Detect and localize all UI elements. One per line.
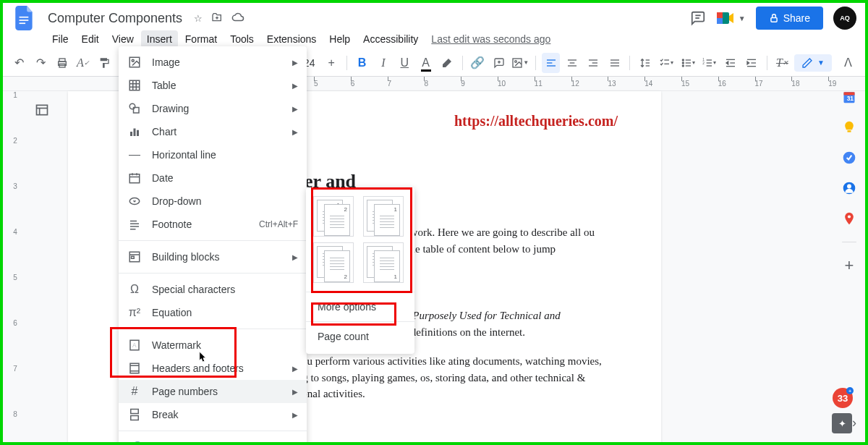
omega-icon: Ω: [127, 282, 142, 297]
insert-break[interactable]: Break▶: [119, 403, 307, 426]
svg-point-60: [129, 103, 135, 109]
svg-rect-8: [771, 17, 777, 22]
date-icon: [127, 171, 142, 185]
blocks-icon: [127, 250, 142, 264]
move-icon[interactable]: [211, 12, 223, 25]
line-spacing-button[interactable]: [636, 53, 654, 73]
page-number-preset-top-right[interactable]: 1 2: [313, 196, 354, 237]
add-comment-button[interactable]: [490, 53, 508, 73]
collapse-toolbar-button[interactable]: ᐱ: [838, 53, 858, 73]
page-number-preset-bottom-right-skip-first[interactable]: 1: [363, 242, 404, 283]
insert-chart[interactable]: Chart▶: [119, 120, 307, 143]
print-button[interactable]: [53, 53, 71, 73]
svg-point-15: [515, 60, 517, 62]
insert-watermark[interactable]: AWatermark: [119, 334, 307, 357]
insert-date[interactable]: Date: [119, 166, 307, 190]
svg-point-33: [682, 59, 684, 61]
contacts-icon[interactable]: [842, 181, 856, 195]
highlight-button[interactable]: [438, 53, 456, 73]
svg-rect-50: [37, 105, 48, 114]
undo-button[interactable]: ↶: [10, 53, 28, 73]
numbered-list-button[interactable]: 12▾: [700, 53, 718, 73]
text-color-button[interactable]: A: [417, 53, 435, 73]
submenu-arrow-icon: ▶: [292, 253, 298, 261]
insert-footnote[interactable]: FootnoteCtrl+Alt+F: [119, 213, 307, 236]
last-edit-link[interactable]: Last edit was seconds ago: [431, 33, 550, 45]
menu-accessibility[interactable]: Accessibility: [357, 30, 424, 48]
submenu-arrow-icon: ▶: [292, 105, 298, 113]
menu-insert[interactable]: Insert: [141, 30, 178, 48]
more-options-item[interactable]: More options: [306, 295, 414, 318]
insert-equation[interactable]: π²Equation: [119, 301, 307, 324]
svg-rect-87: [848, 130, 851, 132]
cloud-status-icon[interactable]: [231, 11, 244, 26]
hf-icon: [127, 361, 142, 376]
star-icon[interactable]: ☆: [194, 13, 203, 24]
insert-headers-and-footers[interactable]: Headers and footers▶: [119, 357, 307, 380]
increase-indent-button[interactable]: [742, 53, 760, 73]
menu-view[interactable]: View: [106, 30, 140, 48]
insert-building-blocks[interactable]: Building blocks▶: [119, 245, 307, 268]
font-size-increase[interactable]: +: [322, 53, 340, 73]
keep-icon[interactable]: [842, 120, 856, 135]
page-number-preset-top-right-skip-first[interactable]: 1: [363, 196, 404, 237]
insert-link[interactable]: 🔗LinkCtrl+K: [119, 436, 307, 445]
meet-button[interactable]: ▼: [717, 11, 746, 25]
svg-rect-1: [20, 20, 29, 21]
align-left-button[interactable]: [542, 53, 560, 73]
page-number-preset-bottom-right[interactable]: 1 2: [313, 242, 354, 283]
maps-icon[interactable]: [842, 211, 856, 226]
insert-image-button[interactable]: ▼: [511, 53, 529, 73]
insert-table[interactable]: Table▶: [119, 74, 307, 97]
italic-button[interactable]: I: [374, 53, 392, 73]
bold-button[interactable]: B: [353, 53, 371, 73]
underline-button[interactable]: U: [396, 53, 414, 73]
submenu-arrow-icon: ▶: [292, 128, 298, 136]
align-right-button[interactable]: [584, 53, 603, 73]
addons-plus-icon[interactable]: +: [842, 258, 856, 273]
paint-format-button[interactable]: [95, 53, 114, 73]
docs-logo[interactable]: [12, 5, 38, 31]
decrease-indent-button[interactable]: [721, 53, 739, 73]
calendar-icon[interactable]: 31: [842, 90, 856, 104]
outline-button[interactable]: [32, 100, 52, 120]
insert-page-numbers[interactable]: #Page numbers▶: [119, 380, 307, 403]
menu-extensions[interactable]: Extensions: [261, 30, 322, 48]
insert-image[interactable]: Image▶: [119, 51, 307, 74]
insert-horizontal-line[interactable]: —Horizontal line: [119, 143, 307, 166]
align-center-button[interactable]: [563, 53, 581, 73]
svg-text:33: 33: [838, 393, 848, 404]
menu-file[interactable]: File: [46, 30, 75, 48]
svg-point-35: [682, 65, 684, 67]
bulleted-list-button[interactable]: ▾: [678, 53, 697, 73]
tasks-icon[interactable]: [842, 151, 856, 165]
link-icon: 🔗: [127, 440, 142, 445]
expand-side-panel-button[interactable]: ›: [852, 415, 856, 431]
account-avatar[interactable]: AQ: [833, 7, 856, 30]
pi-icon: π²: [127, 305, 142, 320]
insert-link-button[interactable]: 🔗: [469, 53, 487, 73]
spellcheck-button[interactable]: A✓: [74, 53, 92, 73]
document-title[interactable]: Computer Components: [45, 9, 185, 27]
menu-edit[interactable]: Edit: [76, 30, 105, 48]
checklist-button[interactable]: ▾: [658, 53, 676, 73]
insert-drop-down[interactable]: Drop-down: [119, 190, 307, 213]
svg-rect-79: [130, 363, 139, 373]
side-panel: 31 +: [842, 90, 856, 273]
submenu-arrow-icon: ▶: [292, 365, 298, 373]
insert-drawing[interactable]: Drawing▶: [119, 97, 307, 120]
menu-format[interactable]: Format: [179, 30, 223, 48]
page-count-item[interactable]: Page count: [306, 325, 414, 348]
svg-rect-63: [134, 129, 136, 137]
share-button[interactable]: Share: [756, 7, 823, 30]
comment-history-button[interactable]: [689, 9, 707, 27]
menu-tools[interactable]: Tools: [224, 30, 260, 48]
menu-help[interactable]: Help: [323, 30, 356, 48]
redo-button[interactable]: ↷: [31, 53, 49, 73]
align-justify-button[interactable]: [605, 53, 624, 73]
explore-button[interactable]: ✦: [832, 413, 852, 433]
clear-formatting-button[interactable]: T✕: [773, 53, 791, 73]
chat-notification-badge[interactable]: 33+: [830, 386, 852, 407]
insert-special-characters[interactable]: ΩSpecial characters: [119, 278, 307, 301]
editing-mode-button[interactable]: ▼: [794, 54, 832, 72]
